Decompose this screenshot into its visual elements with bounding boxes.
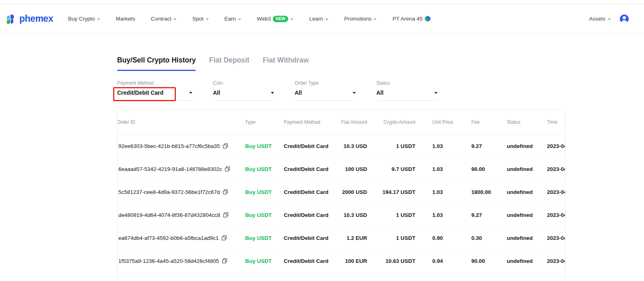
status-cell: undefined <box>506 135 546 158</box>
filter-coin[interactable]: Coin All <box>213 80 274 101</box>
status-cell: undefined <box>506 204 546 227</box>
order-id: ea674db4-af73-4592-b0b6-a5fbca1ad9c1 <box>118 235 219 241</box>
unit-price-cell: 0.90 <box>416 227 471 250</box>
assets-label: Assets <box>589 16 605 22</box>
nav-item-label: Web3 <box>257 16 271 22</box>
fiat-amount-cell: 100 USD <box>335 158 368 181</box>
nav-item-earn[interactable]: Earn <box>225 16 242 22</box>
table-row: 1f5375a9-1236-4a45-a520-58d426cf4805 Buy… <box>118 250 566 273</box>
filter-status[interactable]: Status All <box>376 80 438 101</box>
order-id: 6eaaad57-5342-4219-91a6-148788e8302c <box>118 166 222 172</box>
status-cell: undefined <box>506 181 546 204</box>
fiat-amount-cell: 1.2 EUR <box>335 227 368 250</box>
status-cell: undefined <box>506 158 546 181</box>
nav-item-label: Learn <box>309 16 323 22</box>
time-cell: 2023-04 <box>546 204 566 227</box>
filter-selected-value: Credit/Debit Card <box>117 90 163 96</box>
column-header-crypto-amount: Crypto Amount <box>368 110 416 135</box>
copy-icon[interactable] <box>225 167 230 171</box>
filter-payment-method[interactable]: Payment Method Credit/Debit Card <box>117 80 192 101</box>
tab-fiat-withdraw[interactable]: Fiat Withdraw <box>263 56 309 71</box>
status-cell: undefined <box>506 250 546 273</box>
fee-cell: 90.00 <box>471 158 506 181</box>
table-row: de480919-4d64-4074-8f36-87d432804cc8 Buy… <box>118 204 566 227</box>
crypto-amount-cell: 194.17 USDT <box>368 181 416 204</box>
nav-item-label: Buy Crypto <box>68 16 95 22</box>
crypto-amount-cell: 10.63 USDT <box>368 250 416 273</box>
copy-icon[interactable] <box>222 235 227 240</box>
unit-price-cell: 1.03 <box>416 181 471 204</box>
table-row: 5c581237-cee8-4d9a-9372-56be1f72c67d Buy… <box>118 181 566 204</box>
unit-price-cell: 0.94 <box>416 250 471 273</box>
table-row: 6eaaad57-5342-4219-91a6-148788e8302c Buy… <box>118 158 566 181</box>
account-avatar-icon[interactable] <box>620 15 629 23</box>
unit-price-cell: 1.03 <box>416 158 471 181</box>
nav-item-label: Earn <box>225 16 236 22</box>
nav-item-label: Contract <box>151 16 171 22</box>
filter-selected-value: All <box>376 90 384 96</box>
payment-method-cell: Credit/Debit Card <box>283 227 335 250</box>
table-row: 92ee6303-5bec-421b-b815-a77cf6c5ba35 Buy… <box>118 135 566 158</box>
fee-cell: 90.00 <box>471 250 506 273</box>
filter-selected-value: All <box>213 90 220 96</box>
history-tabs: Buy/Sell Crypto History Fiat Deposit Fia… <box>117 56 566 71</box>
fee-cell: 0.30 <box>471 227 506 250</box>
time-cell: 2023-04 <box>546 135 566 158</box>
order-type: Buy USDT <box>244 204 283 227</box>
crypto-amount-cell: 1 USDT <box>368 227 416 250</box>
phemex-logo[interactable]: phemex <box>6 13 53 25</box>
order-type: Buy USDT <box>244 158 283 181</box>
tab-fiat-deposit[interactable]: Fiat Deposit <box>209 56 249 71</box>
fiat-amount-cell: 10.3 USD <box>335 204 368 227</box>
filter-order-type[interactable]: Order Type All <box>295 80 356 101</box>
order-id: de480919-4d64-4074-8f36-87d432804cc8 <box>118 212 220 218</box>
fee-cell: 9.27 <box>471 135 506 158</box>
copy-icon[interactable] <box>223 189 228 194</box>
filter-label: Status <box>376 80 438 86</box>
history-page: Buy/Sell Crypto History Fiat Deposit Fia… <box>117 56 566 281</box>
unit-price-cell: 1.03 <box>416 204 471 227</box>
fiat-amount-cell: 100 EUR <box>335 250 368 273</box>
filter-label: Order Type <box>295 80 356 86</box>
chevron-down-icon <box>608 19 611 20</box>
time-cell: 2023-04 <box>546 227 566 250</box>
gem-icon <box>425 16 431 22</box>
nav-item-spot[interactable]: Spot <box>192 16 209 22</box>
orders-table-card: Order IDTypePayment MethodFiat AmountCry… <box>117 109 566 281</box>
time-cell: 2023-04 <box>546 250 566 273</box>
copy-icon[interactable] <box>223 212 228 217</box>
crypto-amount-cell: 1 USDT <box>368 135 416 158</box>
assets-menu[interactable]: Assets <box>589 16 611 22</box>
nav-item-learn[interactable]: Learn <box>309 16 328 22</box>
copy-icon[interactable] <box>223 144 228 148</box>
chevron-down-icon <box>97 19 100 20</box>
payment-method-cell: Credit/Debit Card <box>283 181 335 204</box>
dropdown-caret-icon <box>189 92 192 94</box>
nav-item-buy-crypto[interactable]: Buy Crypto <box>68 16 100 22</box>
tab-buy-sell-crypto-history[interactable]: Buy/Sell Crypto History <box>117 56 196 71</box>
fiat-amount-cell: 2000 USD <box>335 181 368 204</box>
nav-item-label: Promotions <box>344 16 372 22</box>
fiat-amount-cell: 10.3 USD <box>335 135 368 158</box>
nav-item-markets[interactable]: Markets <box>116 16 135 22</box>
order-type: Buy USDT <box>244 135 283 158</box>
dropdown-caret-icon <box>353 92 356 94</box>
top-nav: phemex Buy Crypto Markets Contract Spot … <box>0 4 644 34</box>
column-header-time: Time <box>546 110 566 135</box>
chevron-down-icon <box>173 19 177 20</box>
dropdown-caret-icon <box>271 92 274 94</box>
nav-item-contract[interactable]: Contract <box>151 16 177 22</box>
nav-item-promotions[interactable]: Promotions <box>344 16 377 22</box>
order-type: Buy USDT <box>244 250 283 273</box>
chevron-down-icon <box>206 19 209 20</box>
nav-item-web3[interactable]: Web3 NEW <box>257 16 293 22</box>
nav-item-label: Markets <box>116 16 135 22</box>
column-header-fiat-amount: Fiat Amount <box>335 110 368 135</box>
copy-icon[interactable] <box>222 258 227 263</box>
table-header-row: Order IDTypePayment MethodFiat AmountCry… <box>118 110 566 135</box>
nav-item-pt-arena-45[interactable]: PT Arena 45 <box>392 16 431 22</box>
chevron-down-icon <box>325 19 328 20</box>
order-id: 92ee6303-5bec-421b-b815-a77cf6c5ba35 <box>118 143 220 149</box>
chevron-down-icon <box>290 19 293 20</box>
payment-method-cell: Credit/Debit Card <box>283 135 335 158</box>
